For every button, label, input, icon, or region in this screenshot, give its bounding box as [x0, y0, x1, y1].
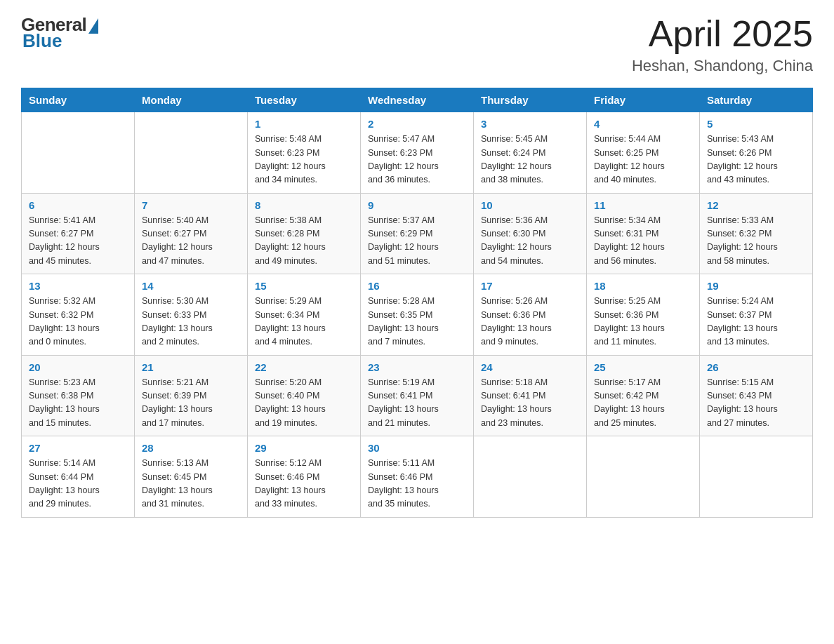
day-number: 27 — [29, 442, 127, 454]
day-info: Sunrise: 5:44 AMSunset: 6:25 PMDaylight:… — [594, 133, 692, 187]
day-number: 20 — [29, 361, 127, 373]
day-number: 3 — [481, 118, 579, 130]
logo-blue-text: Blue — [22, 30, 62, 52]
day-cell: 18Sunrise: 5:25 AMSunset: 6:36 PMDayligh… — [587, 274, 700, 356]
day-cell: 24Sunrise: 5:18 AMSunset: 6:41 PMDayligh… — [474, 355, 587, 436]
week-row-1: 1Sunrise: 5:48 AMSunset: 6:23 PMDaylight… — [22, 112, 813, 194]
day-cell: 19Sunrise: 5:24 AMSunset: 6:37 PMDayligh… — [700, 274, 813, 356]
logo: General Blue — [21, 14, 98, 52]
day-number: 2 — [368, 118, 466, 130]
day-cell: 7Sunrise: 5:40 AMSunset: 6:27 PMDaylight… — [135, 193, 248, 274]
day-number: 22 — [255, 361, 353, 373]
day-info: Sunrise: 5:14 AMSunset: 6:44 PMDaylight:… — [29, 457, 127, 511]
day-number: 13 — [29, 280, 127, 292]
day-info: Sunrise: 5:23 AMSunset: 6:38 PMDaylight:… — [29, 376, 127, 431]
day-info: Sunrise: 5:33 AMSunset: 6:32 PMDaylight:… — [707, 214, 805, 269]
day-cell: 16Sunrise: 5:28 AMSunset: 6:35 PMDayligh… — [361, 274, 474, 356]
day-number: 15 — [255, 280, 353, 292]
day-info: Sunrise: 5:43 AMSunset: 6:26 PMDaylight:… — [707, 133, 805, 187]
day-info: Sunrise: 5:41 AMSunset: 6:27 PMDaylight:… — [29, 214, 127, 269]
day-info: Sunrise: 5:17 AMSunset: 6:42 PMDaylight:… — [594, 376, 692, 431]
day-info: Sunrise: 5:12 AMSunset: 6:46 PMDaylight:… — [255, 457, 353, 511]
day-cell: 15Sunrise: 5:29 AMSunset: 6:34 PMDayligh… — [248, 274, 361, 356]
day-number: 11 — [594, 199, 692, 211]
day-info: Sunrise: 5:28 AMSunset: 6:35 PMDaylight:… — [368, 295, 466, 349]
day-info: Sunrise: 5:37 AMSunset: 6:29 PMDaylight:… — [368, 214, 466, 269]
header-cell-saturday: Saturday — [700, 88, 813, 112]
day-number: 1 — [255, 118, 353, 130]
day-info: Sunrise: 5:25 AMSunset: 6:36 PMDaylight:… — [594, 295, 692, 349]
day-number: 17 — [481, 280, 579, 292]
header-cell-tuesday: Tuesday — [248, 88, 361, 112]
day-cell: 30Sunrise: 5:11 AMSunset: 6:46 PMDayligh… — [361, 436, 474, 518]
day-info: Sunrise: 5:47 AMSunset: 6:23 PMDaylight:… — [368, 133, 466, 187]
day-info: Sunrise: 5:38 AMSunset: 6:28 PMDaylight:… — [255, 214, 353, 269]
day-info: Sunrise: 5:30 AMSunset: 6:33 PMDaylight:… — [142, 295, 240, 349]
day-info: Sunrise: 5:45 AMSunset: 6:24 PMDaylight:… — [481, 133, 579, 187]
day-number: 18 — [594, 280, 692, 292]
title-block: April 2025 Heshan, Shandong, China — [632, 14, 813, 75]
day-number: 28 — [142, 442, 240, 454]
day-number: 16 — [368, 280, 466, 292]
day-number: 14 — [142, 280, 240, 292]
calendar-body: 1Sunrise: 5:48 AMSunset: 6:23 PMDaylight… — [22, 112, 813, 518]
day-cell: 25Sunrise: 5:17 AMSunset: 6:42 PMDayligh… — [587, 355, 700, 436]
header-cell-friday: Friday — [587, 88, 700, 112]
day-cell: 6Sunrise: 5:41 AMSunset: 6:27 PMDaylight… — [22, 193, 135, 274]
day-cell: 23Sunrise: 5:19 AMSunset: 6:41 PMDayligh… — [361, 355, 474, 436]
week-row-2: 6Sunrise: 5:41 AMSunset: 6:27 PMDaylight… — [22, 193, 813, 274]
day-info: Sunrise: 5:36 AMSunset: 6:30 PMDaylight:… — [481, 214, 579, 269]
day-number: 24 — [481, 361, 579, 373]
day-cell: 8Sunrise: 5:38 AMSunset: 6:28 PMDaylight… — [248, 193, 361, 274]
day-cell: 21Sunrise: 5:21 AMSunset: 6:39 PMDayligh… — [135, 355, 248, 436]
day-info: Sunrise: 5:18 AMSunset: 6:41 PMDaylight:… — [481, 376, 579, 431]
day-cell: 9Sunrise: 5:37 AMSunset: 6:29 PMDaylight… — [361, 193, 474, 274]
day-cell: 26Sunrise: 5:15 AMSunset: 6:43 PMDayligh… — [700, 355, 813, 436]
day-number: 29 — [255, 442, 353, 454]
day-number: 19 — [707, 280, 805, 292]
day-info: Sunrise: 5:48 AMSunset: 6:23 PMDaylight:… — [255, 133, 353, 187]
day-cell — [22, 112, 135, 194]
day-cell — [135, 112, 248, 194]
day-cell — [700, 436, 813, 518]
day-cell: 27Sunrise: 5:14 AMSunset: 6:44 PMDayligh… — [22, 436, 135, 518]
day-info: Sunrise: 5:24 AMSunset: 6:37 PMDaylight:… — [707, 295, 805, 349]
location-text: Heshan, Shandong, China — [632, 57, 813, 75]
day-info: Sunrise: 5:19 AMSunset: 6:41 PMDaylight:… — [368, 376, 466, 431]
day-info: Sunrise: 5:32 AMSunset: 6:32 PMDaylight:… — [29, 295, 127, 349]
day-cell — [474, 436, 587, 518]
header-row: SundayMondayTuesdayWednesdayThursdayFrid… — [22, 88, 813, 112]
logo-triangle-icon — [88, 18, 98, 34]
calendar-table: SundayMondayTuesdayWednesdayThursdayFrid… — [21, 88, 813, 518]
day-number: 10 — [481, 199, 579, 211]
header-cell-monday: Monday — [135, 88, 248, 112]
day-number: 5 — [707, 118, 805, 130]
day-cell: 4Sunrise: 5:44 AMSunset: 6:25 PMDaylight… — [587, 112, 700, 194]
day-info: Sunrise: 5:13 AMSunset: 6:45 PMDaylight:… — [142, 457, 240, 511]
day-cell: 14Sunrise: 5:30 AMSunset: 6:33 PMDayligh… — [135, 274, 248, 356]
day-cell: 1Sunrise: 5:48 AMSunset: 6:23 PMDaylight… — [248, 112, 361, 194]
day-info: Sunrise: 5:20 AMSunset: 6:40 PMDaylight:… — [255, 376, 353, 431]
day-info: Sunrise: 5:15 AMSunset: 6:43 PMDaylight:… — [707, 376, 805, 431]
calendar-header: SundayMondayTuesdayWednesdayThursdayFrid… — [22, 88, 813, 112]
day-info: Sunrise: 5:11 AMSunset: 6:46 PMDaylight:… — [368, 457, 466, 511]
day-number: 25 — [594, 361, 692, 373]
week-row-3: 13Sunrise: 5:32 AMSunset: 6:32 PMDayligh… — [22, 274, 813, 356]
header-cell-thursday: Thursday — [474, 88, 587, 112]
week-row-5: 27Sunrise: 5:14 AMSunset: 6:44 PMDayligh… — [22, 436, 813, 518]
day-cell: 5Sunrise: 5:43 AMSunset: 6:26 PMDaylight… — [700, 112, 813, 194]
day-cell: 20Sunrise: 5:23 AMSunset: 6:38 PMDayligh… — [22, 355, 135, 436]
day-number: 4 — [594, 118, 692, 130]
day-number: 23 — [368, 361, 466, 373]
page-header: General Blue April 2025 Heshan, Shandong… — [21, 14, 813, 75]
day-number: 12 — [707, 199, 805, 211]
day-number: 8 — [255, 199, 353, 211]
day-cell: 12Sunrise: 5:33 AMSunset: 6:32 PMDayligh… — [700, 193, 813, 274]
day-cell: 3Sunrise: 5:45 AMSunset: 6:24 PMDaylight… — [474, 112, 587, 194]
day-cell: 17Sunrise: 5:26 AMSunset: 6:36 PMDayligh… — [474, 274, 587, 356]
day-number: 30 — [368, 442, 466, 454]
day-cell — [587, 436, 700, 518]
day-number: 21 — [142, 361, 240, 373]
day-number: 26 — [707, 361, 805, 373]
header-cell-wednesday: Wednesday — [361, 88, 474, 112]
